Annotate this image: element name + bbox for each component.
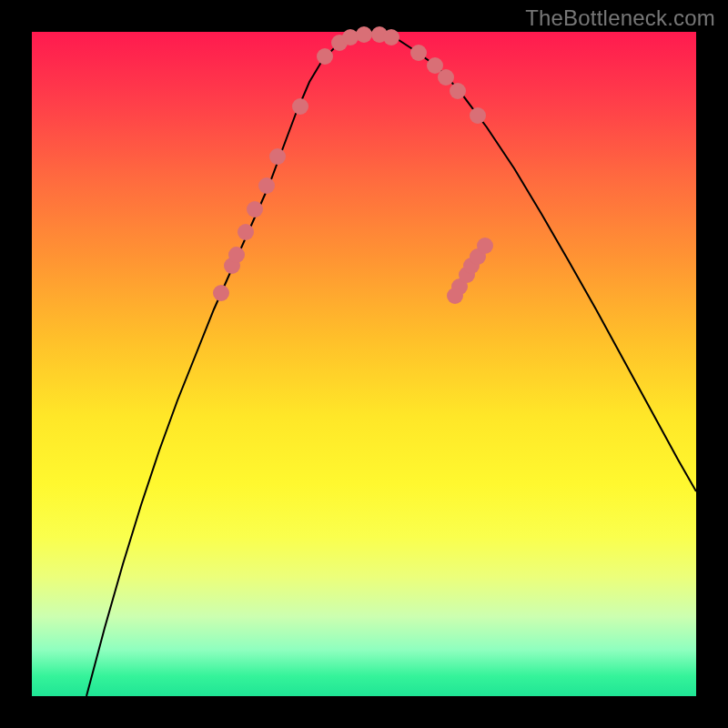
data-point xyxy=(470,107,486,124)
data-point xyxy=(213,285,229,301)
data-point xyxy=(258,177,275,194)
data-point xyxy=(447,288,463,304)
watermark-text: TheBottleneck.com xyxy=(525,5,715,31)
outer-frame: TheBottleneck.com xyxy=(0,0,728,728)
data-point xyxy=(450,83,466,99)
bottleneck-curve xyxy=(86,35,696,696)
marker-group xyxy=(213,26,493,304)
data-point xyxy=(317,48,333,65)
data-point xyxy=(228,247,245,263)
data-point xyxy=(438,69,454,86)
data-point xyxy=(410,45,427,61)
chart-svg xyxy=(32,32,696,696)
data-point xyxy=(342,29,359,46)
data-point xyxy=(292,98,308,115)
data-point xyxy=(247,201,263,217)
data-point xyxy=(269,148,286,165)
data-point xyxy=(477,238,493,254)
data-point xyxy=(356,26,372,43)
plot-area xyxy=(32,32,696,696)
data-point xyxy=(238,224,254,240)
data-point xyxy=(383,29,399,46)
